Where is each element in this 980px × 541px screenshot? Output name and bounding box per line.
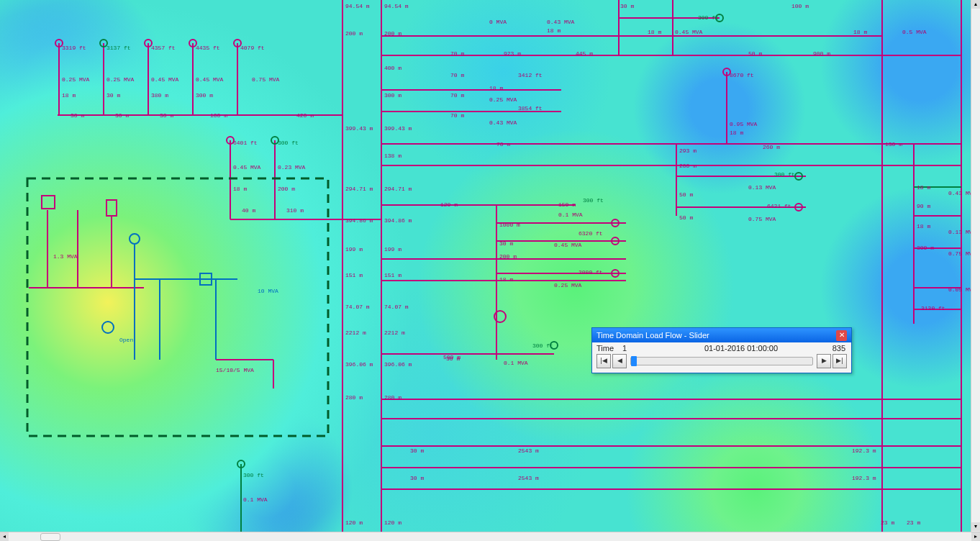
lbl: 70 m [450,92,464,99]
lbl: 300 ft [532,342,553,349]
lbl: 923 m [504,50,521,57]
svg-rect-38 [106,200,117,216]
svg-point-49 [102,322,114,333]
lbl: 300 ft [774,171,795,178]
lbl: 300 m [917,245,934,251]
lbl: 18 m [499,276,513,283]
prev-button[interactable]: ◀ [612,354,627,368]
svg-rect-36 [27,178,328,436]
lbl: 4357 ft [151,45,176,51]
lbl: 0.1 MVA [558,212,583,218]
slider-track[interactable] [630,357,813,365]
lbl: 2543 m [518,475,539,481]
lbl: 74.07 m [345,304,370,310]
lbl: 18 m [62,92,76,99]
lbl: 0.43 MVA [948,190,973,196]
lbl: 396.06 m [345,361,373,368]
lbl: 151 m [345,272,363,278]
lbl: 294.71 m [384,186,412,192]
lbl: 192.3 m [852,475,876,481]
lbl: 18 m [853,29,867,35]
lbl: 0.23 MVA [278,164,305,171]
lbl: 0.45 MVA [675,29,702,35]
lbl: 0.45 MVA [151,76,178,83]
first-button[interactable]: |◀ [596,354,611,368]
lbl: 3130 ft [921,305,945,312]
lbl: 3412 ft [518,72,543,78]
lbl: 90 m [917,203,930,209]
lbl: 100 m [210,112,227,119]
lbl: 0.25 MVA [62,76,89,83]
lbl: 2212 m [384,329,405,336]
svg-point-43 [130,234,140,244]
lbl: 30 m [410,447,424,454]
lbl: 0.05 MVA [948,286,973,293]
slider-body: Time 1 01-01-2016 01:00:00 835 |◀ ◀ ▶ ▶| [592,342,851,371]
lbl: 23 m [881,519,894,526]
lbl: 0.25 MVA [489,96,517,103]
scroll-left-icon[interactable]: ◂ [0,532,9,541]
lbl: 18 m [730,129,743,136]
lbl: 70 m [450,112,464,119]
close-icon[interactable]: ✕ [836,330,847,341]
lbl: 280 m [345,394,363,401]
slider-titlebar[interactable]: Time Domain Load Flow - Slider ✕ [592,328,851,342]
lbl: 94.54 m [345,3,370,9]
diagram-canvas[interactable]: 3319 ft 0.25 MVA 18 m 30 m 3137 ft 0.25 … [0,0,973,532]
lbl: 293 m [679,147,697,154]
lbl: 94.54 m [384,3,409,9]
lbl: 300 ft [583,197,604,204]
next-button[interactable]: ▶ [817,354,831,368]
lbl: 30 m [106,92,120,99]
lbl: 10 MVA [258,288,278,294]
lbl: 3319 ft [62,45,86,51]
lbl: 40 m [242,207,255,214]
lbl: 138 m [384,153,401,159]
lbl: 50 m [679,191,693,198]
lbl: 1.3 MVA [53,253,78,260]
scroll-right-icon[interactable]: ▸ [971,532,980,541]
lbl: 30 m [620,3,634,9]
lbl: 396.06 m [384,361,412,368]
horizontal-scrollbar[interactable]: ◂ ▸ [0,532,980,541]
lbl: 200 m [278,186,295,192]
lbl: 0.13 MVA [948,229,973,235]
lbl: 192.3 m [852,447,876,454]
time-value: 1 [622,344,666,353]
lbl: 260 m [763,144,780,150]
lbl: 280 m [384,394,401,401]
lbl: 100 m [791,3,809,9]
hscroll-thumb[interactable] [40,533,60,541]
scroll-up-icon[interactable]: ▴ [971,0,980,9]
lbl: 200 m [345,30,363,37]
hscroll-track[interactable] [9,532,971,541]
lbl: 394.86 m [384,217,412,224]
vertical-scrollbar[interactable]: ▴ ▾ [971,0,980,532]
lbl: 50 m [748,50,762,57]
lbl: 6320 ft [579,230,603,237]
lbl: 70 m [496,141,510,147]
time-slider-window[interactable]: Time Domain Load Flow - Slider ✕ Time 1 … [591,327,852,373]
time-max: 835 [817,344,847,353]
lbl: 500 m [443,354,460,360]
lbl: 120 m [345,519,363,526]
lbl: 2543 m [518,447,539,454]
lbl: 15/10/5 MVA [216,367,254,373]
lbl: 30 m [499,240,513,247]
last-button[interactable]: ▶| [832,354,847,368]
time-date: 01-01-2016 01:00:00 [666,344,817,353]
lbl: 200 m [384,30,401,37]
lbl: 6401 ft [233,140,258,146]
lbl: 151 m [384,272,401,278]
slider-thumb[interactable] [631,356,637,366]
lbl: 0.75 MVA [252,76,279,83]
lbl: 200 m [499,253,517,260]
lbl: 394.86 m [345,217,373,224]
lbl: 200 m [679,163,697,169]
lbl: Open [119,337,133,343]
lbl: 4435 ft [196,45,220,51]
lbl: 0.45 MVA [196,76,223,83]
scroll-down-icon[interactable]: ▾ [971,522,980,531]
lbl: 199 m [345,246,363,253]
lbl: 0.95 MVA [730,121,757,127]
